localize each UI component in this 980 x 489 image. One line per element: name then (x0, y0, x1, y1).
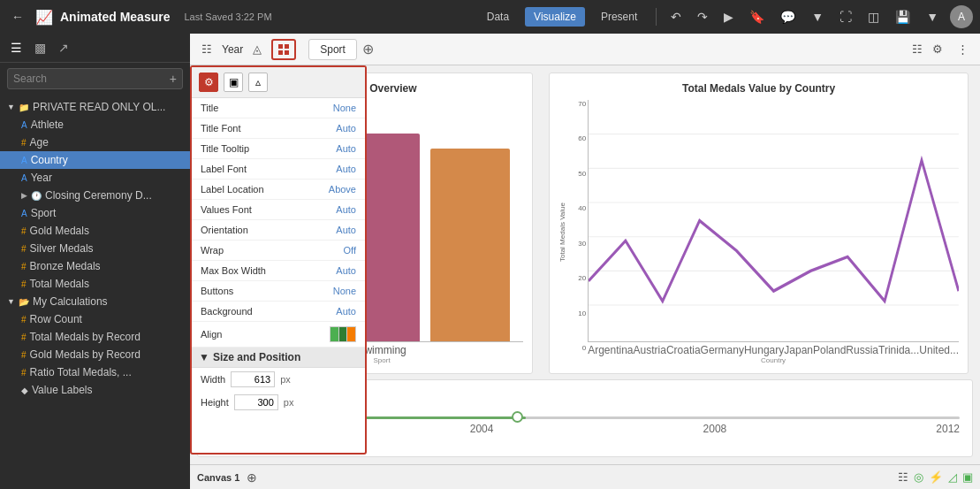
undo-icon[interactable]: ↶ (666, 7, 686, 27)
sidebar-item-closing-ceremony[interactable]: ▶ 🕐 Closing Ceremony D... (0, 187, 190, 204)
sidebar-item-row-count[interactable]: # Row Count (0, 310, 190, 328)
sidebar-icons: ☰ ▩ ↗ (0, 34, 190, 63)
item-label: Age (30, 136, 49, 149)
redo-icon[interactable]: ↷ (693, 7, 712, 27)
canvas-bar: Canvas 1 ⊕ ☷ ◎ ⚡ ◿ ▣ (190, 464, 980, 489)
type-icon-athlete: A (21, 120, 27, 130)
line-chart-svg (589, 100, 959, 341)
sidebar-item-country[interactable]: A Country (0, 151, 190, 169)
align-preview[interactable] (330, 326, 356, 342)
layout-icon[interactable]: ◬ (248, 40, 266, 58)
sidebar-item-total-medals-record[interactable]: # Total Medals by Record (0, 328, 190, 346)
sidebar-item-silver-medals[interactable]: # Silver Medals (0, 240, 190, 257)
sidebar-item-year[interactable]: A Year (0, 169, 190, 187)
prop-align: Align (192, 322, 365, 348)
group-arrow: ▼ (7, 103, 15, 111)
screen-icon[interactable]: ◫ (863, 7, 884, 27)
save-icon[interactable]: 💾 (891, 7, 915, 27)
item-label: Bronze Medals (30, 260, 101, 272)
filter-tab-btn[interactable]: ▵ (248, 73, 268, 92)
height-input[interactable] (234, 394, 278, 410)
prop-ll-value[interactable]: Above (329, 184, 356, 195)
sidebar-item-gold-medals-record[interactable]: # Gold Medals by Record (0, 346, 190, 363)
prop-label-location: Label Location Above (192, 180, 365, 200)
add-tab-icon[interactable]: ⊕ (362, 41, 374, 57)
prop-bg-label: Background (201, 306, 253, 317)
size-position-header[interactable]: ▼ Size and Position (192, 348, 365, 368)
expand-canvas-icon[interactable]: ◿ (948, 470, 957, 484)
search-input[interactable] (13, 73, 166, 85)
align-cell-1 (330, 327, 339, 341)
sidebar-item-athlete[interactable]: A Athlete (0, 116, 190, 134)
sidebar-chart-icon[interactable]: ▩ (31, 39, 49, 57)
prop-btn-value[interactable]: None (333, 286, 356, 296)
type-icon-bronze: # (21, 262, 27, 271)
prop-mbw-value[interactable]: Auto (336, 265, 356, 276)
grid-canvas-icon[interactable]: ☷ (898, 470, 908, 484)
back-button[interactable]: ← (7, 7, 28, 27)
height-row: Height px (192, 391, 365, 414)
prop-values-font: Values Font Auto (192, 200, 365, 220)
flash-canvas-icon[interactable]: ⚡ (929, 470, 943, 484)
filter-icon[interactable]: ☷ (912, 42, 923, 56)
add-canvas-icon[interactable]: ⊕ (247, 470, 257, 485)
app-icon: 📈 (35, 9, 53, 26)
sidebar-item-total-medals[interactable]: # Total Medals (0, 275, 190, 293)
search-box: + (7, 68, 183, 89)
field-tab-btn[interactable]: ▣ (224, 73, 243, 92)
timeline-handle[interactable] (512, 411, 523, 423)
sidebar-item-value-labels[interactable]: ◆ Value Labels (0, 381, 190, 399)
bookmark-icon[interactable]: 🔖 (745, 7, 769, 27)
sidebar-trend-icon[interactable]: ↗ (55, 39, 72, 57)
prop-title-label: Title (201, 103, 218, 113)
my-calculations-header[interactable]: ▼ 📂 My Calculations (0, 293, 190, 310)
play-icon[interactable]: ▶ (719, 7, 738, 27)
user-avatar[interactable]: A (950, 5, 973, 28)
canvas-tab[interactable]: Canvas 1 (197, 472, 239, 483)
item-label: Value Labels (32, 384, 93, 396)
sidebar-table-icon[interactable]: ☰ (7, 39, 26, 57)
data-nav[interactable]: Data (478, 7, 518, 27)
sidebar-tree: ▼ 📁 PRIVATE READ ONLY OL... A Athlete # … (0, 95, 190, 489)
prop-tf-value[interactable]: Auto (336, 123, 356, 134)
viz-toolbar: ☷ Year ◬ Sport ⊕ ☷ ⚙ ⋮ (190, 34, 980, 65)
divider1 (656, 8, 657, 26)
layout-canvas-icon[interactable]: ▣ (962, 470, 973, 484)
settings-tab-btn[interactable]: ⚙ (199, 73, 218, 92)
prop-lf-value[interactable]: Auto (336, 164, 356, 174)
table-view-icon[interactable]: ☷ (197, 40, 217, 58)
prop-bg-value[interactable]: Auto (336, 306, 356, 317)
prop-tt-value[interactable]: Auto (336, 143, 356, 154)
add-field-icon[interactable]: + (170, 72, 177, 86)
visualize-nav[interactable]: Visualize (525, 7, 585, 27)
more-options-icon[interactable]: ⋮ (953, 40, 973, 58)
item-label: Closing Ceremony D... (45, 189, 152, 202)
prop-wr-value[interactable]: Off (344, 245, 356, 256)
prop-title-value[interactable]: None (333, 103, 356, 113)
prop-vf-value[interactable]: Auto (336, 204, 356, 215)
sidebar-item-sport[interactable]: A Sport (0, 204, 190, 222)
private-group-header[interactable]: ▼ 📁 PRIVATE READ ONLY OL... (0, 98, 190, 116)
grid-icon-button[interactable] (271, 39, 296, 60)
save-dropdown-icon[interactable]: ▼ (922, 7, 943, 27)
target-canvas-icon[interactable]: ◎ (914, 470, 923, 484)
sidebar-item-bronze-medals[interactable]: # Bronze Medals (0, 257, 190, 275)
sidebar-item-ratio[interactable]: # Ratio Total Medals, ... (0, 363, 190, 381)
dropdown-icon[interactable]: ▼ (807, 7, 828, 27)
prop-wrap: Wrap Off (192, 241, 365, 261)
item-label: Total Medals by Record (30, 331, 141, 343)
prop-or-value[interactable]: Auto (336, 225, 356, 235)
sidebar-item-age[interactable]: # Age (0, 134, 190, 151)
sport-tab[interactable]: Sport (308, 39, 357, 60)
settings-icon[interactable]: ⚙ (928, 40, 947, 58)
width-input[interactable] (231, 371, 275, 387)
present-nav[interactable]: Present (592, 7, 646, 27)
top-bar: ← 📈 Animated Measure Last Saved 3:22 PM … (0, 0, 980, 34)
type-icon-ratio: # (21, 368, 27, 378)
prop-or-label: Orientation (201, 225, 248, 235)
sidebar-item-gold-medals[interactable]: # Gold Medals (0, 222, 190, 240)
comment-icon[interactable]: 💬 (776, 7, 800, 27)
line-chart-title: Total Medals Value by Country (558, 82, 959, 95)
prop-label-font: Label Font Auto (192, 159, 365, 180)
image-icon[interactable]: ⛶ (835, 7, 856, 27)
